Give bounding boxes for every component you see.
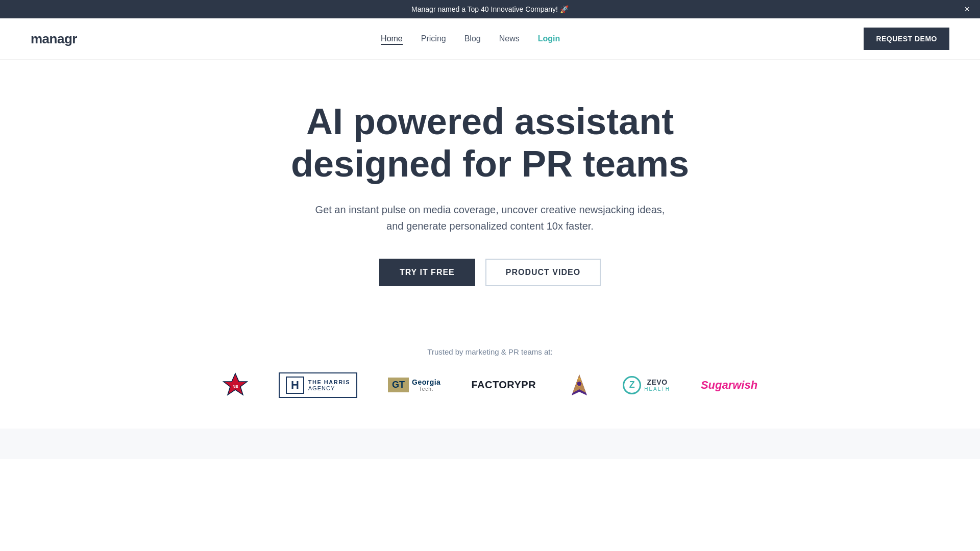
hero-buttons: TRY IT FREE PRODUCT VIDEO	[271, 259, 709, 286]
logo-sugarwish: Sugarwish	[701, 372, 757, 398]
nav-item-login[interactable]: Login	[538, 34, 560, 43]
logo-patriots: NE	[223, 372, 248, 398]
gt-text: Georgia Tech.	[412, 378, 440, 392]
trusted-section: Trusted by marketing & PR teams at: NE H…	[0, 347, 980, 429]
logo-factorypr: FACTORYPR	[471, 372, 536, 398]
logo-harris: H THE HARRIS AGENCY	[279, 372, 357, 398]
close-banner-button[interactable]: ×	[964, 5, 970, 14]
nav-item-blog[interactable]: Blog	[464, 34, 481, 43]
harris-h-letter: H	[286, 377, 304, 394]
nav-links: Home Pricing Blog News Login	[381, 34, 560, 43]
zevo-circle: Z	[623, 376, 641, 394]
trusted-label: Trusted by marketing & PR teams at:	[10, 347, 970, 356]
hero-headline-line2: designed for PR teams	[291, 143, 689, 184]
harris-text: THE HARRIS AGENCY	[308, 379, 350, 391]
logos-row: NE H THE HARRIS AGENCY GT Georgia Tech. …	[10, 372, 970, 398]
zevo-text: ZEVO HEALTH	[644, 378, 670, 392]
nav-item-news[interactable]: News	[499, 34, 520, 43]
nav-right: REQUEST DEMO	[864, 28, 949, 50]
nav-item-pricing[interactable]: Pricing	[421, 34, 446, 43]
main-nav: managr Home Pricing Blog News Login REQU…	[0, 18, 980, 60]
hero-headline-line1: AI powered assistant	[306, 101, 674, 142]
svg-point-4	[577, 381, 582, 386]
announcement-banner: Managr named a Top 40 Innovative Company…	[0, 0, 980, 18]
logo-zevo-health: Z ZEVO HEALTH	[623, 372, 670, 398]
product-video-button[interactable]: PRODUCT VIDEO	[485, 259, 601, 286]
site-logo[interactable]: managr	[31, 31, 77, 47]
request-demo-button[interactable]: REQUEST DEMO	[864, 28, 949, 50]
nav-link-home[interactable]: Home	[381, 34, 403, 45]
nav-link-login[interactable]: Login	[538, 34, 560, 43]
svg-text:NE: NE	[232, 384, 238, 389]
hero-subtext: Get an instant pulse on media coverage, …	[306, 202, 674, 234]
nav-item-home[interactable]: Home	[381, 34, 403, 43]
hero-section: AI powered assistant designed for PR tea…	[260, 60, 720, 347]
try-it-free-button[interactable]: TRY IT FREE	[379, 259, 475, 286]
logo-georgia-tech: GT Georgia Tech.	[388, 372, 440, 398]
gt-mark: GT	[388, 378, 409, 392]
hero-headline: AI powered assistant designed for PR tea…	[271, 101, 709, 185]
banner-text: Managr named a Top 40 Innovative Company…	[411, 5, 569, 13]
logo-vikings	[567, 372, 592, 398]
nav-link-pricing[interactable]: Pricing	[421, 34, 446, 43]
bottom-section	[0, 429, 980, 459]
nav-link-blog[interactable]: Blog	[464, 34, 481, 43]
nav-link-news[interactable]: News	[499, 34, 520, 43]
